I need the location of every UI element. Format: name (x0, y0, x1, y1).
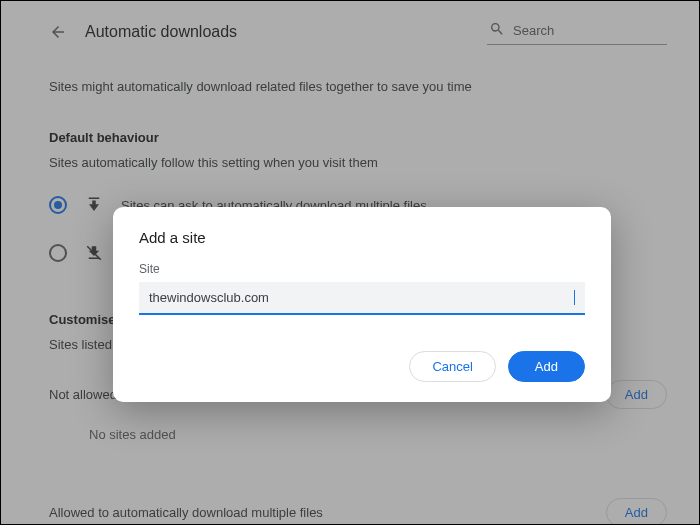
dialog-title: Add a site (139, 229, 585, 246)
site-input-wrap[interactable] (139, 282, 585, 315)
add-site-dialog: Add a site Site Cancel Add (113, 207, 611, 402)
add-button[interactable]: Add (508, 351, 585, 382)
cancel-button[interactable]: Cancel (409, 351, 495, 382)
dialog-actions: Cancel Add (139, 351, 585, 382)
site-input[interactable] (149, 290, 575, 305)
text-caret (574, 290, 575, 305)
site-field-label: Site (139, 262, 585, 276)
